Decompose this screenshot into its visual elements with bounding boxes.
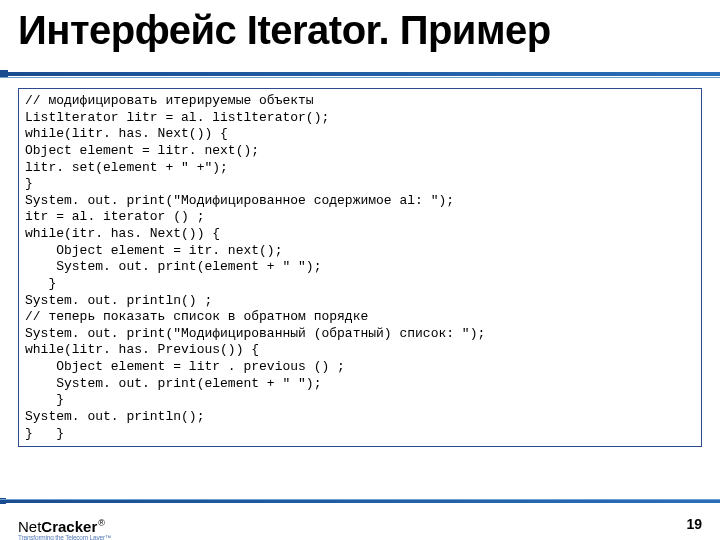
slide-title: Интерфейс Iterator. Пример (18, 8, 702, 53)
logo-net: Net (18, 518, 41, 535)
logo-cracker: Cracker (41, 518, 97, 535)
code-block: // модифицировать итерируемые объекты Li… (18, 88, 702, 447)
logo-reg: ® (98, 518, 105, 528)
footer-divider (0, 499, 720, 504)
title-divider (0, 72, 720, 78)
logo: NetCracker® (18, 519, 105, 534)
page-number: 19 (686, 516, 702, 532)
code-content: // модифицировать итерируемые объекты Li… (25, 93, 695, 442)
slide: Интерфейс Iterator. Пример // модифициро… (0, 0, 720, 540)
logo-tagline: Transforming the Telecom Layer™ (18, 534, 111, 540)
